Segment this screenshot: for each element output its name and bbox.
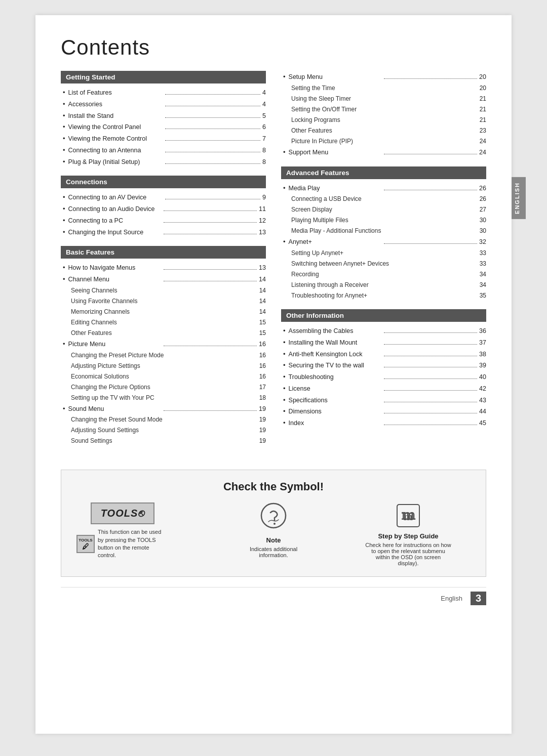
toc-list-setup: Setup Menu20 Setting the Time20 Using th… <box>281 72 486 157</box>
list-item: Setup Menu20 <box>281 72 486 82</box>
toc-list-connections: Connecting to an AV Device9 Connecting t… <box>61 192 266 237</box>
symbol-section: Check the Symbol! TOOLS⎋ TOOLS 🖊 This fu… <box>61 470 486 577</box>
footer-page-number: 3 <box>471 592 486 605</box>
list-item: List of Features4 <box>61 88 266 98</box>
list-item: Locking Programs21 <box>281 115 486 124</box>
list-item: Changing the Input Source13 <box>61 227 266 237</box>
step-guide-label: Step by Step Guide <box>378 532 438 540</box>
list-item: Adjusting Picture Settings16 <box>61 361 266 370</box>
main-content: Getting Started List of Features4 Access… <box>61 71 486 454</box>
list-item: Index45 <box>281 418 486 428</box>
list-item: Connecting to an AV Device9 <box>61 192 266 202</box>
list-item: Installing the Wall Mount37 <box>281 338 486 348</box>
list-item: Setting the On/Off Timer21 <box>281 105 486 114</box>
list-item: Troubleshooting for Anynet+35 <box>281 291 486 300</box>
list-item: Using the Sleep Timer21 <box>281 94 486 103</box>
section-getting-started: Getting Started List of Features4 Access… <box>61 71 266 166</box>
section-header-connections: Connections <box>61 176 266 188</box>
note-description: Indicates additional information. <box>236 546 311 558</box>
list-item: Securing the TV to the wall39 <box>281 360 486 370</box>
step-guide-icon: 𝕞 m <box>395 502 421 530</box>
list-item: Setting the Time20 <box>281 83 486 93</box>
list-item: Recording34 <box>281 270 486 279</box>
svg-point-1 <box>274 523 276 525</box>
list-item: Media Play - Additional Functions30 <box>281 226 486 235</box>
list-item: Memorizing Channels14 <box>61 307 266 316</box>
list-item: Connecting to an Antenna8 <box>61 145 266 155</box>
section-basic-features: Basic Features How to Navigate Menus13 C… <box>61 246 266 445</box>
toc-list-getting-started: List of Features4 Accessories4 Install t… <box>61 88 266 166</box>
list-item: Adjusting Sound Settings19 <box>61 426 266 435</box>
list-item: Changing the Picture Options17 <box>61 383 266 392</box>
symbol-item-step-guide: 𝕞 m Step by Step Guide Check here for in… <box>346 502 471 566</box>
list-item: Picture In Picture (PIP)24 <box>281 137 486 146</box>
list-item: Using Favorite Channels14 <box>61 297 266 306</box>
list-item: Other Features23 <box>281 126 486 135</box>
list-item: Support Menu24 <box>281 147 486 157</box>
list-item: Setting up the TV with Your PC18 <box>61 393 266 402</box>
section-header-basic-features: Basic Features <box>61 246 266 259</box>
toc-list-basic-features: How to Navigate Menus13 Channel Menu14 S… <box>61 263 266 445</box>
language-sidebar: ENGLISH <box>512 177 526 219</box>
symbol-row: TOOLS⎋ TOOLS 🖊 This function can be used… <box>76 502 471 566</box>
list-item: Other Features15 <box>61 328 266 338</box>
list-item: How to Navigate Menus13 <box>61 263 266 273</box>
list-item: Channel Menu14 <box>61 274 266 284</box>
list-item: Sound Settings19 <box>61 436 266 445</box>
list-item: Specifications43 <box>281 395 486 405</box>
section-setup: Setup Menu20 Setting the Time20 Using th… <box>281 72 486 157</box>
step-guide-description: Check here for instructions on how to op… <box>365 542 451 566</box>
list-item: Anti-theft Kensington Lock38 <box>281 349 486 359</box>
footer-language: English <box>441 595 462 602</box>
section-other-information: Other Information Assembling the Cables3… <box>281 309 486 428</box>
svg-text:m: m <box>404 510 413 523</box>
list-item: Connecting to a PC12 <box>61 216 266 226</box>
list-item: Media Play26 <box>281 183 486 193</box>
tools-icon-large: TOOLS⎋ <box>91 502 155 524</box>
section-header-getting-started: Getting Started <box>61 71 266 83</box>
list-item: Plug & Play (Initial Setup)8 <box>61 157 266 167</box>
list-item: Economical Solutions16 <box>61 372 266 381</box>
list-item: Seeing Channels14 <box>61 286 266 295</box>
list-item: Accessories4 <box>61 99 266 109</box>
list-item: Viewing the Control Panel6 <box>61 122 266 132</box>
list-item: Changing the Preset Picture Mode16 <box>61 351 266 360</box>
tools-description: This function can be used by pressing th… <box>98 528 169 560</box>
list-item: Anynet+32 <box>281 237 486 247</box>
list-item: Screen Display27 <box>281 205 486 214</box>
page-footer: English 3 <box>61 587 486 605</box>
list-item: License42 <box>281 384 486 394</box>
section-advanced-features: Advanced Features Media Play26 Connectin… <box>281 166 486 301</box>
section-connections: Connections Connecting to an AV Device9 … <box>61 176 266 237</box>
symbol-item-tools: TOOLS⎋ TOOLS 🖊 This function can be used… <box>76 502 201 560</box>
svg-point-0 <box>261 503 286 528</box>
list-item: Assembling the Cables36 <box>281 326 486 336</box>
list-item: Install the Stand5 <box>61 111 266 121</box>
tools-icon-small: TOOLS 🖊 <box>76 535 95 553</box>
page: Contents Getting Started List of Feature… <box>35 15 512 734</box>
list-item: Dimensions44 <box>281 406 486 416</box>
right-column: Setup Menu20 Setting the Time20 Using th… <box>281 71 486 454</box>
toc-list-other: Assembling the Cables36 Installing the W… <box>281 326 486 428</box>
list-item: Sound Menu19 <box>61 404 266 414</box>
toc-list-advanced: Media Play26 Connecting a USB Device26 S… <box>281 183 486 301</box>
note-label: Note <box>266 536 281 544</box>
section-header-other-information: Other Information <box>281 309 486 322</box>
list-item: Troubleshooting40 <box>281 372 486 382</box>
page-title: Contents <box>61 35 486 60</box>
list-item: Changing the Preset Sound Mode19 <box>61 415 266 424</box>
left-column: Getting Started List of Features4 Access… <box>61 71 266 454</box>
list-item: Playing Multiple Files30 <box>281 216 486 225</box>
list-item: Connecting a USB Device26 <box>281 194 486 203</box>
list-item: Viewing the Remote Control7 <box>61 134 266 144</box>
list-item: Switching between Anynet+ Devices33 <box>281 259 486 268</box>
list-item: Connecting to an Audio Device11 <box>61 204 266 214</box>
list-item: Listening through a Receiver34 <box>281 280 486 289</box>
list-item: Editing Channels15 <box>61 318 266 327</box>
list-item: Picture Menu16 <box>61 339 266 349</box>
symbol-item-note: Note Indicates additional information. <box>211 502 336 558</box>
section-header-advanced-features: Advanced Features <box>281 166 486 179</box>
symbol-section-title: Check the Symbol! <box>76 480 471 493</box>
list-item: Setting Up Anynet+33 <box>281 248 486 258</box>
note-icon <box>260 502 287 534</box>
